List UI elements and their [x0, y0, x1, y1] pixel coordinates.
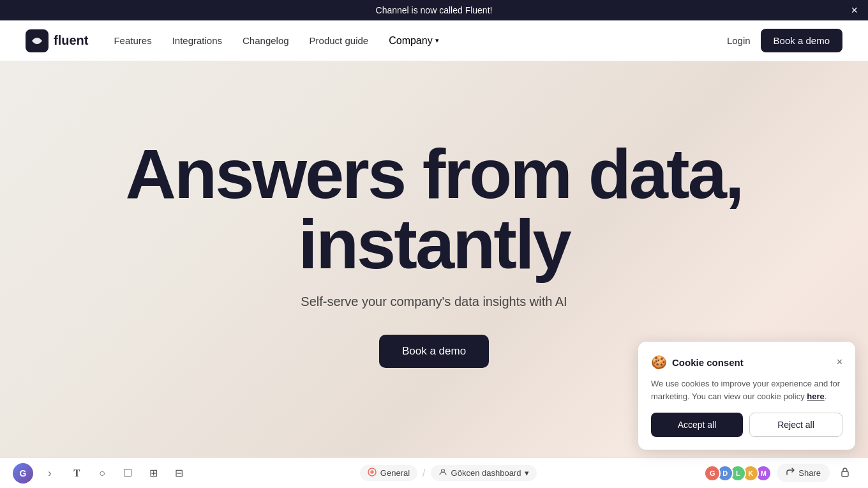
book-demo-hero-button[interactable]: Book a demo: [379, 335, 489, 368]
section-badge[interactable]: General: [360, 465, 417, 481]
nav-link-features[interactable]: Features: [114, 35, 151, 46]
nav-item-integrations[interactable]: Integrations: [172, 35, 222, 47]
cookie-icon: 🍪: [651, 355, 667, 370]
nav-right: Login Book a demo: [727, 29, 842, 52]
toolbar-left: G › 𝐓 ○ ☐ ⊞ ⊟: [13, 463, 189, 484]
share-label: Share: [798, 468, 821, 478]
cookie-close-button[interactable]: ×: [837, 356, 842, 368]
reject-all-button[interactable]: Reject all: [749, 413, 842, 437]
section-icon: [368, 468, 377, 478]
text-format-button[interactable]: 𝐓: [66, 463, 87, 484]
nav-item-product-guide[interactable]: Product guide: [310, 35, 369, 47]
user-chevron-icon: ▾: [525, 468, 529, 478]
circle-icon: ○: [99, 468, 105, 479]
cookie-header: 🍪 Cookie consent ×: [651, 355, 842, 370]
checkbox-tool-button[interactable]: ☐: [117, 463, 138, 484]
cookie-title: Cookie consent: [672, 357, 744, 368]
nav-item-company[interactable]: Company ▾: [389, 35, 438, 47]
chevron-down-icon: ▾: [435, 36, 439, 45]
cookie-consent-panel: 🍪 Cookie consent × We use cookies to imp…: [638, 342, 855, 450]
table-tool-button[interactable]: ⊟: [168, 463, 189, 484]
toolbar-right: G D L K M Share: [708, 463, 855, 484]
avatar-1: G: [704, 465, 721, 482]
grid-tool-button[interactable]: ⊞: [143, 463, 163, 484]
accept-all-button[interactable]: Accept all: [651, 413, 743, 437]
nav-link-company[interactable]: Company: [389, 35, 432, 47]
nav-link-product-guide[interactable]: Product guide: [310, 35, 369, 46]
nav-link-changelog[interactable]: Changelog: [243, 35, 289, 46]
nav-link-integrations[interactable]: Integrations: [172, 35, 222, 46]
navigation: fluent Features Integrations Changelog P…: [0, 20, 868, 61]
user-icon: [438, 468, 447, 478]
logo-icon: [26, 29, 49, 52]
logo-text: fluent: [54, 33, 88, 48]
toolbar-separator: /: [423, 468, 425, 479]
table-icon: ⊟: [175, 467, 183, 479]
lock-icon: [840, 467, 850, 480]
cookie-body: We use cookies to improve your experienc…: [651, 377, 842, 402]
circle-tool-button[interactable]: ○: [92, 463, 112, 484]
checkbox-icon: ☐: [123, 467, 132, 479]
nav-item-features[interactable]: Features: [114, 35, 151, 47]
cookie-policy-link[interactable]: here: [807, 392, 824, 401]
cookie-body-suffix: .: [825, 392, 827, 401]
toolbar-expand-button[interactable]: ›: [41, 464, 59, 482]
nav-left: fluent Features Integrations Changelog P…: [26, 29, 439, 52]
share-icon: [786, 468, 795, 478]
book-demo-nav-button[interactable]: Book a demo: [761, 29, 842, 52]
hero-title: Answers from data, instantly: [83, 139, 785, 279]
announcement-text: Channel is now called Fluent!: [376, 5, 493, 15]
user-badge[interactable]: Gökcen dashboard ▾: [431, 465, 537, 481]
svg-rect-3: [842, 471, 848, 477]
login-button[interactable]: Login: [727, 35, 751, 46]
avatars-group: G D L K M: [708, 465, 772, 482]
nav-item-changelog[interactable]: Changelog: [243, 35, 289, 47]
hero-subtitle: Self-serve your company's data insights …: [301, 294, 567, 309]
share-button[interactable]: Share: [777, 464, 830, 482]
announcement-bar: Channel is now called Fluent! ×: [0, 0, 868, 20]
nav-links: Features Integrations Changelog Product …: [114, 35, 438, 47]
bottom-toolbar: G › 𝐓 ○ ☐ ⊞ ⊟ General /: [0, 457, 868, 488]
user-label: Gökcen dashboard: [451, 468, 521, 478]
toolbar-center: General / Gökcen dashboard ▾: [360, 465, 537, 481]
lock-button[interactable]: [835, 463, 855, 484]
section-label: General: [380, 468, 410, 478]
cookie-title-row: 🍪 Cookie consent: [651, 355, 744, 370]
cookie-buttons: Accept all Reject all: [651, 413, 842, 437]
grid-icon: ⊞: [149, 467, 158, 479]
announcement-close-button[interactable]: ×: [851, 4, 858, 16]
logo[interactable]: fluent: [26, 29, 88, 52]
toolbar-icons: 𝐓 ○ ☐ ⊞ ⊟: [66, 463, 189, 484]
toolbar-avatar: G: [13, 463, 33, 484]
text-icon: 𝐓: [73, 468, 80, 479]
